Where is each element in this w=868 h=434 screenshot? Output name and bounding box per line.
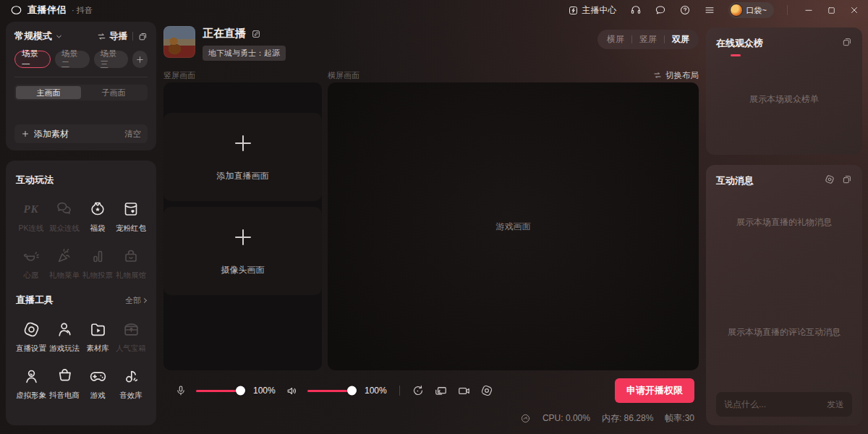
switch-layout-button[interactable]: 切换布局 [653,70,699,81]
tool-game-play[interactable]: 游戏玩法 [48,320,81,354]
feedback-button[interactable] [655,4,666,16]
headset-button[interactable] [630,4,642,16]
layout-dual[interactable]: 双屏 [672,33,689,46]
screen-flip-icon[interactable] [434,384,448,398]
popout-icon[interactable] [138,32,148,41]
interact-section-title: 互动玩法 [16,174,54,187]
lucky-bag-icon [89,200,106,218]
restore-icon[interactable] [412,384,425,397]
swap-arrows-icon [97,32,106,41]
user-avatar [730,4,743,17]
main-content: 常规模式 导播 场景一 场景二 场景三 [0,20,868,434]
right-sidebar: 在线观众榜 展示本场观众榜单 互动消息 [706,27,862,425]
message-settings-icon[interactable] [825,174,835,184]
scene-tab-3[interactable]: 场景三 [94,51,129,68]
edit-icon[interactable] [251,29,261,39]
swap-arrows-icon [653,71,662,80]
help-icon [679,4,691,16]
user-account-button[interactable]: 口袋~ [728,2,774,18]
tool-popularity-chest[interactable]: 人气宝箱 [114,320,148,354]
layout-landscape[interactable]: 横屏 [607,33,624,46]
mode-dropdown[interactable]: 常规模式 [14,30,63,43]
tool-virtual-avatar[interactable]: 虚拟形象 [14,367,48,401]
mode-label: 常规模式 [14,30,52,43]
microphone-icon[interactable] [175,385,187,396]
sound-library-icon [122,367,140,386]
feature-fan-red-packet[interactable]: 宠粉红包 [114,200,148,234]
feature-pk-link[interactable]: PK PK连线 [14,200,48,234]
audience-panel-title[interactable]: 在线观众榜 [716,37,763,50]
window-controls [804,5,859,15]
mic-volume-value: 100% [253,386,276,396]
portrait-canvas: 添加直播画面 摄像头画面 [163,82,322,370]
feature-gift-hall[interactable]: 礼物展馆 [114,247,148,281]
settings-gear-icon[interactable] [480,384,493,397]
feature-gift-vote[interactable]: 礼物投票 [81,247,114,281]
feature-wish[interactable]: 心愿 [14,247,48,281]
scene-panel: 常规模式 导播 场景一 场景二 场景三 [6,22,156,150]
minimize-button[interactable] [804,5,814,15]
layout-mode-switch: 横屏 竖屏 双屏 [597,30,699,49]
add-live-view-card[interactable]: 添加直播画面 [163,113,322,201]
tool-games[interactable]: 游戏 [81,367,114,401]
app-window: 直播伴侣 · 抖音 主播中心 口袋~ [0,0,868,434]
portrait-canvas-label: 竖屏画面 [163,70,328,81]
layout-portrait[interactable]: 竖屏 [639,33,657,46]
mic-volume-slider[interactable] [196,390,244,392]
popout-icon[interactable] [842,37,852,47]
speaker-volume-slider[interactable] [307,390,355,392]
director-button[interactable]: 导播 [97,30,127,43]
speedometer-icon[interactable] [520,413,531,424]
tool-sound-library[interactable]: 音效库 [114,367,148,401]
live-status-title: 正在直播 [203,27,246,41]
gift-menu-icon [56,247,73,265]
tools-all-link[interactable]: 全部 [125,295,146,306]
mic-slider-knob[interactable] [236,386,245,396]
audience-link-icon [56,200,73,218]
send-button[interactable]: 发送 [827,399,844,411]
apply-broadcast-permission-button[interactable]: 申请开播权限 [615,378,694,403]
scene-tab-1[interactable]: 场景一 [14,51,51,68]
app-title: 直播伴侣 [27,4,67,17]
feature-audience-link[interactable]: 观众连线 [48,200,81,234]
help-button[interactable] [679,4,691,16]
stream-thumbnail [163,26,195,58]
tab-main-view[interactable]: 主画面 [16,86,81,99]
add-camera-view-card[interactable]: 摄像头画面 [163,207,322,295]
feature-lucky-bag[interactable]: 福袋 [81,200,114,234]
popout-icon[interactable] [842,174,852,184]
close-button[interactable] [849,5,859,15]
plus-icon [232,132,254,154]
chat-input[interactable] [724,399,821,409]
pk-icon: PK [23,200,38,218]
app-subtitle: · 抖音 [72,5,93,16]
maximize-button[interactable] [827,6,836,15]
chat-bubble-icon [655,4,666,16]
scene-tab-2[interactable]: 场景二 [55,51,90,68]
speaker-slider-knob[interactable] [347,386,357,396]
add-material-button[interactable]: 添加素材 [21,128,69,140]
feature-gift-menu[interactable]: 礼物菜单 [48,247,81,281]
tool-commerce[interactable]: 抖音电商 [48,367,81,401]
tool-live-settings[interactable]: 直播设置 [14,320,48,354]
landscape-canvas[interactable]: 游戏画面 [328,82,699,370]
anchor-center-button[interactable]: 主播中心 [568,4,617,17]
app-branding: 直播伴侣 · 抖音 [10,4,93,17]
audience-rank-panel: 在线观众榜 展示本场观众榜单 [706,27,862,155]
cpu-stat: CPU: 0.00% [542,413,590,423]
tool-material-library[interactable]: 素材库 [81,320,114,354]
clear-button[interactable]: 清空 [124,129,141,140]
menu-button[interactable] [704,4,715,16]
gamepad-icon [89,367,107,386]
commerce-cart-icon [56,367,74,386]
camera-icon[interactable] [457,384,471,398]
interact-grid: PK PK连线 观众连线 福袋 [14,200,148,281]
material-library-icon [89,320,107,339]
tools-section-title: 直播工具 [16,294,54,307]
interactive-message-panel: 互动消息 展示本场直播的礼物消息 展示本场直播的评论互动消息 发送 [706,165,862,425]
add-scene-button[interactable] [132,51,148,68]
fps-stat: 帧率:30 [665,412,694,425]
speaker-icon[interactable] [286,385,298,397]
tab-sub-view[interactable]: 子画面 [81,86,146,99]
comment-message-empty-text: 展示本场直播的评论互动消息 [716,326,852,339]
